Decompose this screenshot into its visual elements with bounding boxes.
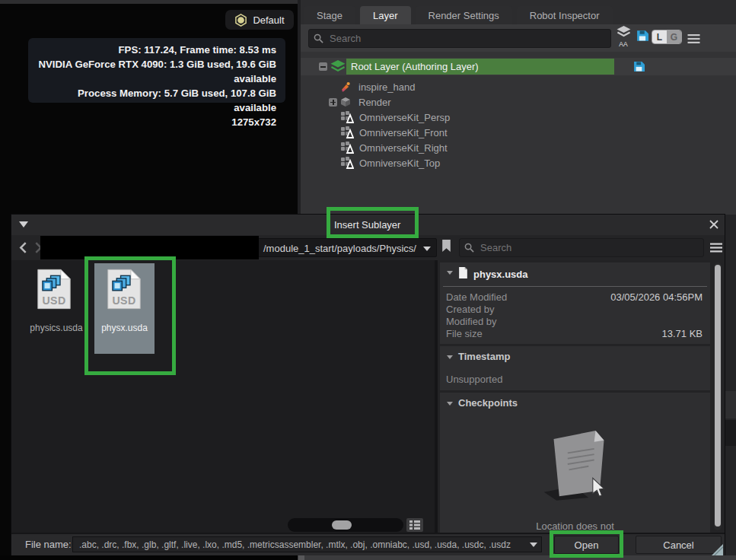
dialog-path-bar: /module_1_start/payloads/Physics/ <box>11 235 725 260</box>
checkpoints-message: Location does not <box>440 520 710 532</box>
close-icon[interactable] <box>709 219 719 230</box>
save-layer-icon[interactable] <box>633 61 645 72</box>
layer-search-box[interactable] <box>308 29 611 48</box>
resize-grip-icon[interactable] <box>712 544 723 555</box>
section-collapse-icon[interactable] <box>447 402 453 406</box>
dialog-search-input[interactable] <box>479 241 699 254</box>
tree-row-front[interactable]: OmniverseKit_Front <box>301 125 736 140</box>
section-collapse-icon[interactable] <box>447 271 453 275</box>
root-layer-selection[interactable]: Root Layer (Authoring Layer) <box>346 59 614 75</box>
tree-item-label: OmniverseKit_Right <box>359 142 448 154</box>
section-collapse-icon[interactable] <box>447 355 453 359</box>
cancel-button[interactable]: Cancel <box>636 536 722 554</box>
file-item-physics[interactable]: physics.usda <box>22 265 91 356</box>
info-label: Modified by <box>446 316 496 327</box>
dialog-search-box[interactable] <box>459 238 704 257</box>
file-label: physics.usda <box>22 323 91 333</box>
viewport-top-strip <box>0 0 298 4</box>
hamburger-icon <box>687 34 700 43</box>
file-grid: physics.usda physx.usda <box>11 260 435 533</box>
bottom-strip-right <box>298 555 736 560</box>
tab-render-settings[interactable]: Render Settings <box>416 6 512 24</box>
tab-stage[interactable]: Stage <box>304 6 355 24</box>
slider-handle[interactable] <box>332 520 352 530</box>
tree-row-render[interactable]: Render <box>301 94 736 110</box>
tab-robot-inspector[interactable]: Robot Inspector <box>517 6 613 24</box>
stats-fps: FPS: 117.24, Frame time: 8.53 ms <box>34 43 276 57</box>
tree-row-top[interactable]: OmniverseKit_Top <box>301 155 736 170</box>
timestamp-section: Timestamp Unsupported <box>440 346 710 390</box>
save-icon <box>636 30 648 42</box>
file-name-label: File name: <box>25 534 72 555</box>
screen: Default FPS: 117.24, Frame time: 8.53 ms… <box>0 0 736 560</box>
back-icon[interactable] <box>19 241 27 254</box>
dialog-collapse-icon[interactable] <box>19 221 28 228</box>
search-icon <box>314 33 323 43</box>
save-all-button[interactable] <box>636 30 648 45</box>
tree-item-label: OmniverseKit_Front <box>359 127 448 138</box>
usd-file-icon <box>37 268 72 310</box>
path-dropdown-icon[interactable] <box>423 247 431 251</box>
collapse-expander-icon[interactable] <box>319 62 327 71</box>
file-page-icon <box>458 267 468 278</box>
info-value: 03/05/2026 04:56PM <box>610 291 703 303</box>
details-scrollbar[interactable] <box>714 262 722 530</box>
global-toggle[interactable]: G <box>667 30 681 43</box>
bookmark-icon[interactable] <box>441 240 451 253</box>
scrollbar-thumb[interactable] <box>715 265 721 527</box>
search-icon <box>464 243 474 253</box>
timestamp-value: Unsupported <box>446 374 502 385</box>
local-global-toggle[interactable]: L G <box>652 30 682 44</box>
stats-gpu: NVIDIA GeForce RTX 4090: 1.3 GiB used, 1… <box>34 57 276 86</box>
file-name-input[interactable] <box>72 536 542 552</box>
root-layer-icon <box>330 60 346 74</box>
tree-row-root[interactable]: Root Layer (Authoring Layer) <box>301 58 736 75</box>
path-redaction <box>40 236 259 259</box>
tree-item-label: inspire_hand <box>358 81 415 93</box>
camera-icon <box>340 142 354 154</box>
path-text: /module_1_start/payloads/Physics/ <box>263 239 416 258</box>
usd-file-icon <box>107 268 142 310</box>
file-label: physx.usda <box>94 323 155 333</box>
checkpoints-section: Checkpoints Location does not <box>440 393 710 533</box>
tree-row-inspire-hand[interactable]: inspire_hand <box>301 79 736 94</box>
filter-dropdown-icon[interactable] <box>530 542 537 547</box>
light-icon <box>234 14 247 27</box>
auto-authoring-toggle[interactable]: AA <box>613 26 633 48</box>
dialog-footer: File name: Open Cancel <box>11 533 725 555</box>
viewport-stats-overlay: FPS: 117.24, Frame time: 8.53 ms NVIDIA … <box>28 38 285 103</box>
stats-memory: Process Memory: 5.7 GiB used, 107.8 GiB … <box>34 86 276 115</box>
info-label: Created by <box>446 304 495 315</box>
file-item-physx[interactable]: physx.usda <box>94 263 155 354</box>
tree-item-label: OmniverseKit_Top <box>359 158 440 169</box>
stats-resolution: 1275x732 <box>34 115 276 129</box>
dialog-title: Insert Sublayer <box>334 215 400 235</box>
tab-layer[interactable]: Layer <box>360 6 411 24</box>
checkpoints-header: Checkpoints <box>458 397 518 409</box>
render-mode-button[interactable]: Default <box>225 10 294 30</box>
thumbnail-size-slider[interactable] <box>288 518 403 532</box>
grid-view-button[interactable] <box>406 518 423 532</box>
right-edge-block-dark <box>725 420 736 446</box>
cube-icon <box>340 97 351 107</box>
tree-row-persp[interactable]: OmniverseKit_Persp <box>301 110 736 125</box>
expand-expander-icon[interactable] <box>329 98 337 107</box>
file-info-section: physx.usda Date Modified 03/05/2026 04:5… <box>440 262 710 344</box>
tree-item-label: Render <box>358 97 391 108</box>
section-divider <box>443 286 707 287</box>
layer-options-menu[interactable] <box>687 33 700 46</box>
render-mode-label: Default <box>253 14 284 26</box>
right-edge-block <box>725 391 736 418</box>
view-options-icon[interactable] <box>710 243 722 253</box>
info-label: Date Modified <box>446 291 507 303</box>
local-toggle[interactable]: L <box>652 30 667 43</box>
timestamp-header: Timestamp <box>458 351 510 362</box>
info-value: 13.71 KB <box>662 328 703 339</box>
layers-icon <box>616 26 632 39</box>
layer-search-input[interactable] <box>328 32 606 45</box>
dialog-title-bar[interactable]: Insert Sublayer <box>11 215 725 235</box>
tree-row-right[interactable]: OmniverseKit_Right <box>301 140 736 155</box>
bottom-strip-left <box>0 555 298 560</box>
open-button[interactable]: Open <box>554 536 619 554</box>
grid-view-icon <box>409 520 420 530</box>
